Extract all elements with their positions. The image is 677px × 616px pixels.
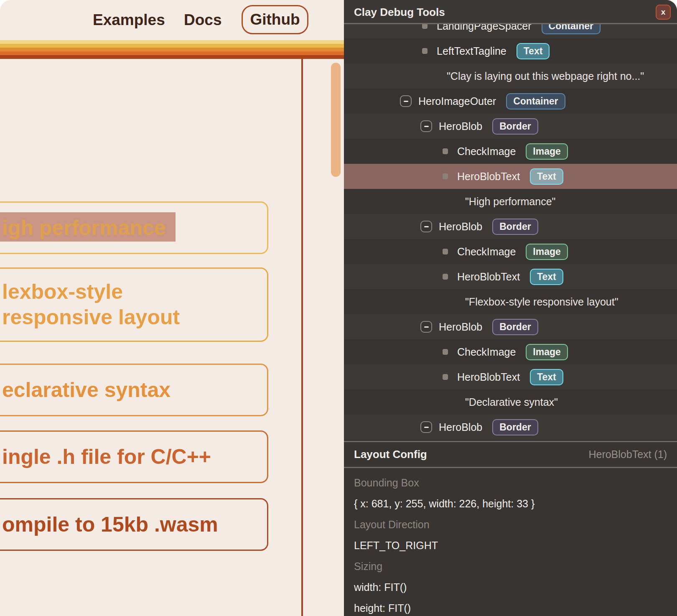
- text-content-preview: "Clay is laying out this webpage right n…: [447, 70, 644, 82]
- type-badge-container: Container: [506, 93, 565, 109]
- tree-row[interactable]: HeroBlobText Text: [344, 364, 677, 389]
- collapse-button[interactable]: [420, 221, 432, 232]
- leaf-bullet-icon: [443, 374, 448, 380]
- tree-node-name: CheckImage: [457, 246, 516, 258]
- type-badge-image: Image: [526, 344, 568, 360]
- config-field-value: height: FIT(): [354, 598, 667, 616]
- tree-row-selected[interactable]: HeroBlobText Text: [344, 164, 677, 189]
- stripe-band: [0, 48, 344, 51]
- type-badge-text: Text: [530, 369, 563, 385]
- type-badge-image: Image: [526, 143, 568, 160]
- tree-row[interactable]: CheckImage Image: [344, 239, 677, 264]
- stripe-band: [0, 55, 344, 59]
- leaf-bullet-icon: [443, 173, 448, 179]
- selected-element-label: HeroBlobText (1): [588, 448, 667, 461]
- decorative-stripes: [0, 40, 344, 59]
- minus-icon: [424, 427, 429, 428]
- minus-icon: [404, 101, 408, 102]
- tree-row[interactable]: HeroBlobText Text: [344, 264, 677, 289]
- stripe-band: [0, 51, 344, 55]
- config-field-value: width: FIT(): [354, 577, 667, 598]
- app-window: Examples Docs Github igh performance lex…: [0, 0, 677, 616]
- tree-row[interactable]: CheckImage Image: [344, 339, 677, 364]
- tree-node-name: HeroBlob: [439, 321, 482, 333]
- config-field-label: Bounding Box: [354, 472, 667, 493]
- nav-link-docs[interactable]: Docs: [184, 11, 221, 29]
- tree-quote-row: "Flexbox-style responsive layout": [344, 289, 677, 314]
- tree-quote-row: "High performance": [344, 189, 677, 214]
- stripe-band: [0, 44, 344, 48]
- stripe-band: [0, 40, 344, 44]
- tree-node-name: HeroBlob: [439, 221, 482, 233]
- collapse-button[interactable]: [420, 321, 432, 333]
- tree-row[interactable]: HeroBlob Border: [344, 214, 677, 239]
- tree-node-name: CheckImage: [457, 145, 516, 158]
- tree-row[interactable]: HeroBlob Border: [344, 415, 677, 440]
- leaf-bullet-icon: [443, 274, 448, 280]
- feature-card: ompile to 15kb .wasm: [0, 498, 268, 551]
- tree-row[interactable]: HeroBlob Border: [344, 114, 677, 139]
- screenshot-stage: Examples Docs Github igh performance lex…: [0, 0, 677, 616]
- layout-config-section: Layout Config HeroBlobText (1) Bounding …: [344, 441, 677, 616]
- collapse-button[interactable]: [400, 95, 412, 107]
- type-badge-border: Border: [492, 219, 538, 235]
- type-badge-text: Text: [530, 168, 563, 185]
- github-button[interactable]: Github: [242, 5, 308, 34]
- debug-panel-title: Clay Debug Tools: [354, 0, 445, 24]
- config-field-label: Sizing: [354, 556, 667, 577]
- type-badge-image: Image: [526, 244, 568, 260]
- tree-node-name: LeftTextTagline: [437, 45, 506, 57]
- config-field-value: LEFT_TO_RIGHT: [354, 535, 667, 556]
- tree-node-name: HeroImageOuter: [418, 95, 496, 107]
- layout-config-title: Layout Config: [354, 448, 427, 461]
- debug-panel-header: Clay Debug Tools x: [344, 0, 677, 24]
- landing-page: Examples Docs Github igh performance lex…: [0, 0, 344, 616]
- leaf-bullet-icon: [422, 48, 428, 54]
- layout-config-body: Bounding Box { x: 681, y: 255, width: 22…: [344, 468, 677, 616]
- tree-row[interactable]: CheckImage Image: [344, 139, 677, 164]
- feature-card: ingle .h file for C/C++: [0, 430, 268, 483]
- feature-card-text: lexbox-style responsive layout: [2, 279, 229, 330]
- tree-quote-row: "Declarative syntax": [344, 389, 677, 415]
- config-field-value: { x: 681, y: 255, width: 226, height: 33…: [354, 493, 667, 514]
- minus-icon: [424, 226, 429, 227]
- minus-icon: [424, 326, 429, 328]
- tree-quote-row: "Clay is laying out this webpage right n…: [344, 64, 677, 89]
- text-content-preview: "Flexbox-style responsive layout": [465, 296, 618, 308]
- leaf-bullet-icon: [443, 249, 448, 255]
- type-badge-text: Text: [530, 269, 563, 285]
- tree-node-name: CheckImage: [457, 346, 516, 358]
- element-tree-rows: LandingPageSpacer Container LeftTextTagl…: [344, 13, 677, 440]
- text-content-preview: "Declarative syntax": [465, 396, 558, 408]
- clay-debug-panel: LandingPageSpacer Container LeftTextTagl…: [344, 0, 677, 616]
- minus-icon: [424, 126, 429, 127]
- tree-row[interactable]: HeroBlob Border: [344, 314, 677, 339]
- close-button[interactable]: x: [656, 5, 671, 20]
- collapse-button[interactable]: [420, 421, 432, 433]
- type-badge-text: Text: [517, 43, 550, 59]
- tree-row[interactable]: HeroImageOuter Container: [344, 89, 677, 114]
- leaf-bullet-icon: [443, 148, 448, 154]
- config-field-label: Layout Direction: [354, 514, 667, 535]
- type-badge-border: Border: [492, 319, 538, 335]
- tree-node-name: HeroBlob: [439, 120, 482, 132]
- element-tree: LandingPageSpacer Container LeftTextTagl…: [344, 0, 677, 441]
- type-badge-border: Border: [492, 419, 538, 435]
- feature-card-text: ompile to 15kb .wasm: [2, 512, 218, 537]
- type-badge-border: Border: [492, 118, 538, 135]
- feature-card: igh performance: [0, 201, 268, 254]
- feature-card-text: ingle .h file for C/C++: [2, 444, 211, 470]
- collapse-button[interactable]: [420, 120, 432, 132]
- vertical-divider: [301, 59, 303, 616]
- feature-card: eclarative syntax: [0, 364, 268, 416]
- feature-card-text: igh performance: [2, 215, 166, 241]
- page-scrollbar-thumb[interactable]: [331, 63, 341, 177]
- tree-node-name: HeroBlob: [439, 421, 482, 433]
- tree-node-name: HeroBlobText: [457, 171, 520, 183]
- nav-link-examples[interactable]: Examples: [93, 11, 165, 29]
- layout-config-header: Layout Config HeroBlobText (1): [344, 442, 677, 468]
- feature-card: lexbox-style responsive layout: [0, 267, 268, 342]
- leaf-bullet-icon: [443, 349, 448, 355]
- tree-row[interactable]: LeftTextTagline Text: [344, 38, 677, 64]
- tree-node-name: HeroBlobText: [457, 371, 520, 383]
